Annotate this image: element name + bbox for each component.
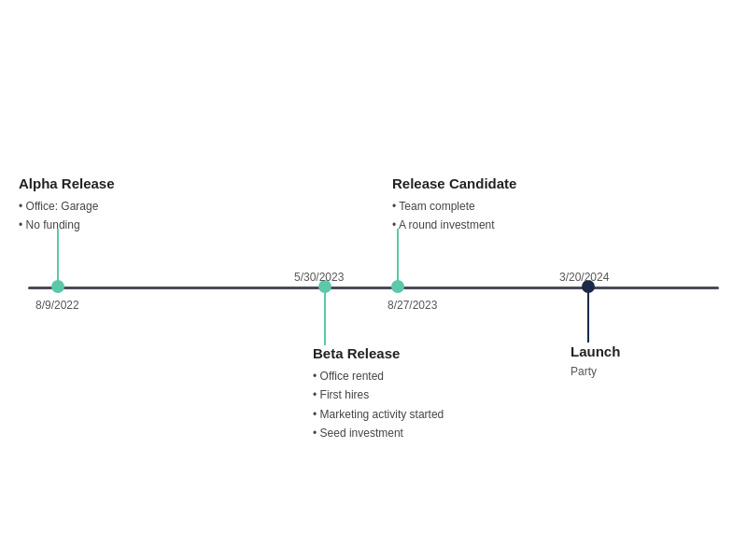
rc-connector — [397, 229, 399, 287]
launch-label: Launch Party — [571, 343, 620, 378]
launch-title: Launch — [571, 343, 620, 359]
rc-label: Release Candidate Team complete A round … — [392, 175, 516, 235]
beta-item-2: Marketing activity started — [313, 405, 444, 424]
rc-items: Team complete A round investment — [392, 197, 516, 235]
alpha-item-0: Office: Garage — [19, 197, 115, 216]
beta-items: Office rented First hires Marketing acti… — [313, 367, 444, 443]
beta-date: 8/27/2023 — [388, 299, 437, 312]
beta-item-3: Seed investment — [313, 424, 444, 442]
launch-party: Party — [571, 365, 620, 378]
timeline-line — [28, 287, 719, 289]
beta-date-above: 5/30/2023 — [294, 271, 344, 284]
beta-label: Beta Release Office rented First hires M… — [313, 345, 444, 443]
beta-title: Beta Release — [313, 345, 444, 361]
launch-connector — [587, 287, 589, 343]
alpha-date: 8/9/2022 — [35, 299, 79, 312]
rc-item-1: A round investment — [392, 216, 516, 234]
beta-item-0: Office rented — [313, 367, 444, 385]
alpha-item-1: No funding — [19, 216, 115, 234]
alpha-label: Alpha Release Office: Garage No funding — [19, 175, 115, 235]
launch-date-above: 3/20/2024 — [559, 271, 609, 284]
beta-connector — [324, 287, 326, 345]
beta-item-1: First hires — [313, 385, 444, 404]
rc-title: Release Candidate — [392, 175, 516, 191]
alpha-title: Alpha Release — [19, 175, 115, 191]
timeline-container: Alpha Release Office: Garage No funding … — [0, 0, 747, 560]
alpha-items: Office: Garage No funding — [19, 197, 115, 235]
alpha-connector — [57, 229, 59, 287]
rc-item-0: Team complete — [392, 197, 516, 216]
